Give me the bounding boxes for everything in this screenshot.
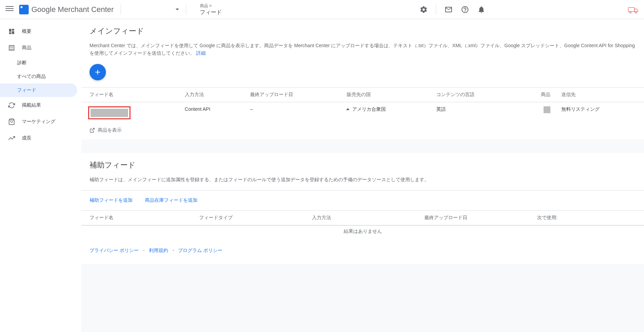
svg-point-2	[635, 11, 637, 13]
cell-last-upload: –	[245, 102, 341, 124]
nav-label: 掲載結果	[22, 102, 41, 108]
privacy-link[interactable]: プライバシー ポリシー	[90, 248, 139, 253]
nav-label: 概要	[22, 28, 31, 35]
divider	[186, 4, 186, 15]
cell-destination: 無料リスティング	[556, 102, 644, 124]
sidebar-item-products[interactable]: 商品	[0, 40, 77, 56]
chevron-up-icon	[346, 108, 350, 110]
table-row[interactable]: Content API – アメリカ合衆国 英語 無料リスティング	[81, 102, 644, 124]
sidebar-subitem-feeds[interactable]: フィード	[0, 83, 77, 97]
no-results-text: 結果はありません	[81, 225, 644, 237]
breadcrumb-parent[interactable]: 商品 >	[200, 3, 222, 9]
col-input-method: 入力方法	[179, 88, 245, 102]
col-last-upload: 最終アップロード日	[419, 211, 531, 225]
nav-label: マーケティング	[22, 119, 55, 125]
logo-text: Google Merchant Center	[31, 5, 114, 14]
program-policy-link[interactable]: プログラム ポリシー	[178, 248, 222, 253]
trending-up-icon	[8, 135, 15, 142]
cell-country: アメリカ合衆国	[341, 102, 431, 124]
col-products: 商品	[519, 88, 556, 102]
cell-products	[519, 102, 556, 124]
gear-icon	[420, 5, 428, 14]
refresh-icon	[8, 102, 15, 109]
app-header: Google Merchant Center 商品 > フィード	[0, 0, 644, 19]
sidebar-item-marketing[interactable]: マーケティング	[0, 114, 77, 130]
col-used-in: 次で使用:	[532, 211, 644, 225]
feed-name-redacted	[88, 106, 131, 119]
breadcrumb-current: フィード	[200, 9, 222, 16]
bell-icon	[477, 5, 485, 14]
sidebar-item-overview[interactable]: 概要	[0, 23, 77, 40]
svg-line-5	[92, 128, 94, 131]
logo-google: Google	[31, 5, 56, 14]
add-inventory-feed-link[interactable]: 商品在庫フィードを追加	[145, 197, 197, 203]
settings-button[interactable]	[417, 3, 430, 16]
mail-icon	[444, 5, 453, 14]
sub-feed-table: フィード名 フィードタイプ 入力方法 最終アップロード日 次で使用:	[81, 211, 644, 225]
sub-feed-title: 補助フィード	[90, 160, 636, 170]
divider	[436, 4, 436, 15]
col-feed-type: フィードタイプ	[194, 211, 306, 225]
col-last-upload: 最終アップロード日	[245, 88, 341, 102]
breadcrumb: 商品 > フィード	[200, 3, 222, 16]
product-count-redacted	[544, 106, 550, 113]
footer-links: プライバシー ポリシー ・ 利用規約 ・ プログラム ポリシー	[81, 237, 644, 264]
col-feed-name: フィード名	[81, 211, 194, 225]
help-button[interactable]	[458, 3, 472, 16]
svg-rect-0	[628, 8, 634, 12]
cell-language: 英語	[431, 102, 519, 124]
help-icon	[461, 5, 469, 14]
divider	[121, 4, 121, 15]
col-language: コンテンツの言語	[431, 88, 519, 102]
nav-label: すべての商品	[17, 74, 46, 80]
sidebar-subitem-diagnostics[interactable]: 診断	[0, 56, 77, 70]
account-dropdown[interactable]	[176, 9, 179, 10]
sub-feed-description: 補助フィードは、メインフィードに追加属性を登録する、またはフィードのルールで使う…	[90, 176, 636, 183]
cell-input-method: Content API	[179, 102, 245, 124]
sidebar-item-performance[interactable]: 掲載結果	[0, 97, 77, 114]
external-link-icon	[90, 128, 95, 133]
learn-more-link[interactable]: 詳細	[196, 50, 206, 56]
main-feed-title: メインフィード	[90, 26, 636, 36]
main-feed-section: メインフィード Merchant Center では、メインフィードを使用して …	[81, 19, 644, 88]
logo[interactable]: Google Merchant Center	[19, 5, 114, 14]
logo-mc: Merchant Center	[56, 5, 114, 14]
shipping-icon[interactable]	[628, 5, 639, 14]
col-country: 販売先の国	[341, 88, 431, 102]
svg-point-1	[630, 11, 631, 13]
main-content: メインフィード Merchant Center では、メインフィードを使用して …	[81, 19, 644, 332]
bag-icon	[8, 118, 15, 125]
col-destination: 送信先	[556, 88, 644, 102]
header-actions	[417, 3, 639, 16]
mail-button[interactable]	[442, 3, 455, 16]
dashboard-icon	[8, 28, 15, 35]
notifications-button[interactable]	[475, 3, 488, 16]
sub-feed-actions: 補助フィードを追加 商品在庫フィードを追加	[81, 190, 644, 211]
sidebar-subitem-all-products[interactable]: すべての商品	[0, 70, 77, 83]
add-feed-button[interactable]: +	[90, 64, 106, 80]
terms-link[interactable]: 利用規約	[149, 248, 168, 253]
view-products-link[interactable]: 商品を表示	[90, 127, 122, 133]
nav-label: 診断	[17, 60, 27, 66]
sidebar: 概要 商品 診断 すべての商品 フィード 掲載結果 マーケティング 成長	[0, 19, 81, 332]
merchant-tag-icon	[19, 5, 29, 14]
col-input-method: 入力方法	[306, 211, 419, 225]
add-sub-feed-link[interactable]: 補助フィードを追加	[90, 197, 133, 203]
sub-feed-section: 補助フィード 補助フィードは、メインフィードに追加属性を登録する、またはフィード…	[81, 153, 644, 190]
menu-toggle-button[interactable]	[5, 5, 14, 14]
nav-label: 成長	[22, 135, 31, 141]
nav-label: フィード	[17, 87, 36, 93]
main-feed-table: フィード名 入力方法 最終アップロード日 販売先の国 コンテンツの言語 商品 送…	[81, 88, 644, 124]
sidebar-item-growth[interactable]: 成長	[0, 130, 77, 146]
hamburger-icon	[5, 5, 14, 12]
col-feed-name: フィード名	[81, 88, 179, 102]
plus-icon: +	[95, 67, 100, 77]
main-feed-description: Merchant Center では、メインフィードを使用して Google に…	[90, 42, 636, 57]
list-icon	[8, 44, 15, 51]
nav-label: 商品	[22, 45, 31, 51]
